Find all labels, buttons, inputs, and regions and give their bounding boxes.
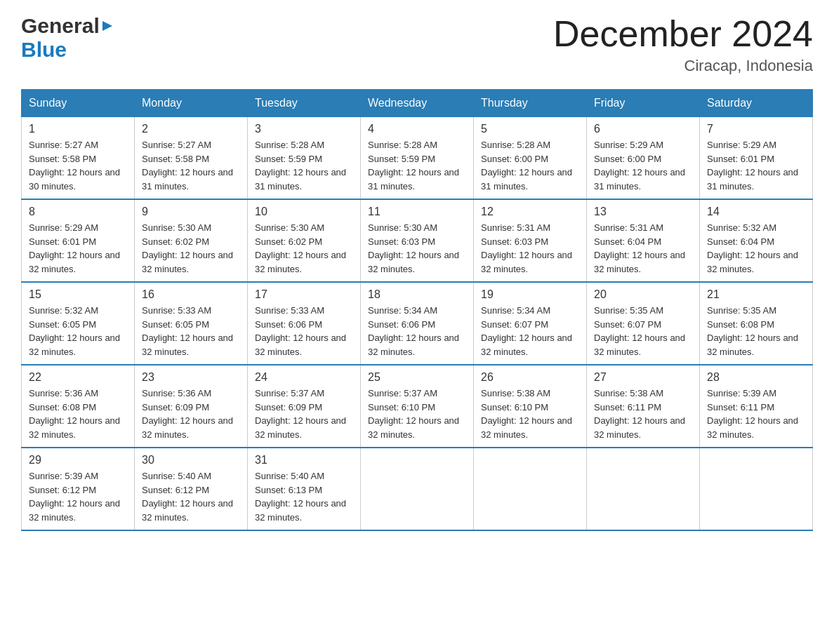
day-number: 24: [255, 371, 353, 384]
weekday-header-monday: Monday: [135, 90, 248, 117]
day-info: Sunrise: 5:31 AMSunset: 6:04 PMDaylight:…: [594, 222, 685, 274]
day-number: 7: [707, 123, 805, 135]
day-number: 8: [29, 206, 127, 218]
calendar-week-row: 22 Sunrise: 5:36 AMSunset: 6:08 PMDaylig…: [22, 365, 813, 448]
day-info: Sunrise: 5:38 AMSunset: 6:10 PMDaylight:…: [481, 388, 572, 440]
weekday-header-row: SundayMondayTuesdayWednesdayThursdayFrid…: [22, 90, 813, 117]
calendar-cell: 6 Sunrise: 5:29 AMSunset: 6:00 PMDayligh…: [587, 117, 700, 200]
weekday-header-sunday: Sunday: [22, 90, 135, 117]
calendar-cell: [474, 448, 587, 530]
day-info: Sunrise: 5:28 AMSunset: 5:59 PMDaylight:…: [255, 140, 346, 192]
calendar-cell: 19 Sunrise: 5:34 AMSunset: 6:07 PMDaylig…: [474, 282, 587, 365]
day-number: 28: [707, 371, 805, 384]
calendar-cell: 30 Sunrise: 5:40 AMSunset: 6:12 PMDaylig…: [135, 448, 248, 530]
calendar-table: SundayMondayTuesdayWednesdayThursdayFrid…: [21, 89, 813, 531]
calendar-cell: 14 Sunrise: 5:32 AMSunset: 6:04 PMDaylig…: [700, 199, 813, 282]
calendar-cell: 3 Sunrise: 5:28 AMSunset: 5:59 PMDayligh…: [248, 117, 361, 200]
day-info: Sunrise: 5:31 AMSunset: 6:03 PMDaylight:…: [481, 222, 572, 274]
day-number: 22: [29, 371, 127, 384]
day-number: 2: [142, 123, 240, 135]
day-info: Sunrise: 5:37 AMSunset: 6:10 PMDaylight:…: [368, 388, 459, 440]
day-number: 16: [142, 288, 240, 301]
day-info: Sunrise: 5:29 AMSunset: 6:01 PMDaylight:…: [707, 140, 798, 192]
calendar-week-row: 15 Sunrise: 5:32 AMSunset: 6:05 PMDaylig…: [22, 282, 813, 365]
day-number: 4: [368, 123, 466, 135]
day-number: 11: [368, 206, 466, 218]
day-number: 17: [255, 288, 353, 301]
weekday-header-thursday: Thursday: [474, 90, 587, 117]
day-number: 31: [255, 454, 353, 467]
day-number: 10: [255, 206, 353, 218]
day-number: 3: [255, 123, 353, 135]
calendar-cell: 10 Sunrise: 5:30 AMSunset: 6:02 PMDaylig…: [248, 199, 361, 282]
calendar-cell: 5 Sunrise: 5:28 AMSunset: 6:00 PMDayligh…: [474, 117, 587, 200]
calendar-cell: 25 Sunrise: 5:37 AMSunset: 6:10 PMDaylig…: [361, 365, 474, 448]
logo-blue-text: Blue: [21, 38, 67, 61]
calendar-cell: 12 Sunrise: 5:31 AMSunset: 6:03 PMDaylig…: [474, 199, 587, 282]
day-info: Sunrise: 5:34 AMSunset: 6:06 PMDaylight:…: [368, 305, 459, 357]
calendar-cell: 26 Sunrise: 5:38 AMSunset: 6:10 PMDaylig…: [474, 365, 587, 448]
calendar-cell: 15 Sunrise: 5:32 AMSunset: 6:05 PMDaylig…: [22, 282, 135, 365]
page-header: General Blue December 2024 Ciracap, Indo…: [21, 14, 813, 75]
calendar-cell: [700, 448, 813, 530]
day-info: Sunrise: 5:32 AMSunset: 6:05 PMDaylight:…: [29, 305, 120, 357]
calendar-cell: 20 Sunrise: 5:35 AMSunset: 6:07 PMDaylig…: [587, 282, 700, 365]
day-number: 12: [481, 206, 579, 218]
day-info: Sunrise: 5:32 AMSunset: 6:04 PMDaylight:…: [707, 222, 798, 274]
day-number: 20: [594, 288, 692, 301]
day-info: Sunrise: 5:30 AMSunset: 6:03 PMDaylight:…: [368, 222, 459, 274]
calendar-cell: 17 Sunrise: 5:33 AMSunset: 6:06 PMDaylig…: [248, 282, 361, 365]
day-number: 5: [481, 123, 579, 135]
calendar-cell: 13 Sunrise: 5:31 AMSunset: 6:04 PMDaylig…: [587, 199, 700, 282]
calendar-cell: 29 Sunrise: 5:39 AMSunset: 6:12 PMDaylig…: [22, 448, 135, 530]
day-number: 15: [29, 288, 127, 301]
day-number: 25: [368, 371, 466, 384]
day-info: Sunrise: 5:33 AMSunset: 6:06 PMDaylight:…: [255, 305, 346, 357]
calendar-cell: 23 Sunrise: 5:36 AMSunset: 6:09 PMDaylig…: [135, 365, 248, 448]
weekday-header-tuesday: Tuesday: [248, 90, 361, 117]
day-info: Sunrise: 5:30 AMSunset: 6:02 PMDaylight:…: [142, 222, 233, 274]
day-info: Sunrise: 5:28 AMSunset: 5:59 PMDaylight:…: [368, 140, 459, 192]
day-number: 30: [142, 454, 240, 467]
calendar-cell: 16 Sunrise: 5:33 AMSunset: 6:05 PMDaylig…: [135, 282, 248, 365]
day-number: 6: [594, 123, 692, 135]
calendar-cell: 8 Sunrise: 5:29 AMSunset: 6:01 PMDayligh…: [22, 199, 135, 282]
day-info: Sunrise: 5:27 AMSunset: 5:58 PMDaylight:…: [29, 140, 120, 192]
calendar-cell: 9 Sunrise: 5:30 AMSunset: 6:02 PMDayligh…: [135, 199, 248, 282]
day-info: Sunrise: 5:28 AMSunset: 6:00 PMDaylight:…: [481, 140, 572, 192]
calendar-cell: 1 Sunrise: 5:27 AMSunset: 5:58 PMDayligh…: [22, 117, 135, 200]
calendar-cell: 21 Sunrise: 5:35 AMSunset: 6:08 PMDaylig…: [700, 282, 813, 365]
day-info: Sunrise: 5:39 AMSunset: 6:12 PMDaylight:…: [29, 471, 120, 523]
calendar-cell: 2 Sunrise: 5:27 AMSunset: 5:58 PMDayligh…: [135, 117, 248, 200]
day-number: 26: [481, 371, 579, 384]
svg-marker-0: [102, 21, 112, 31]
day-info: Sunrise: 5:38 AMSunset: 6:11 PMDaylight:…: [594, 388, 685, 440]
day-info: Sunrise: 5:29 AMSunset: 6:00 PMDaylight:…: [594, 140, 685, 192]
logo-general-text: General: [21, 14, 100, 38]
day-info: Sunrise: 5:37 AMSunset: 6:09 PMDaylight:…: [255, 388, 346, 440]
calendar-week-row: 1 Sunrise: 5:27 AMSunset: 5:58 PMDayligh…: [22, 117, 813, 200]
day-info: Sunrise: 5:36 AMSunset: 6:08 PMDaylight:…: [29, 388, 120, 440]
day-info: Sunrise: 5:30 AMSunset: 6:02 PMDaylight:…: [255, 222, 346, 274]
day-number: 19: [481, 288, 579, 301]
calendar-cell: 28 Sunrise: 5:39 AMSunset: 6:11 PMDaylig…: [700, 365, 813, 448]
day-info: Sunrise: 5:39 AMSunset: 6:11 PMDaylight:…: [707, 388, 798, 440]
calendar-week-row: 8 Sunrise: 5:29 AMSunset: 6:01 PMDayligh…: [22, 199, 813, 282]
day-number: 9: [142, 206, 240, 218]
calendar-cell: 11 Sunrise: 5:30 AMSunset: 6:03 PMDaylig…: [361, 199, 474, 282]
calendar-cell: 24 Sunrise: 5:37 AMSunset: 6:09 PMDaylig…: [248, 365, 361, 448]
day-info: Sunrise: 5:35 AMSunset: 6:08 PMDaylight:…: [707, 305, 798, 357]
calendar-cell: [361, 448, 474, 530]
weekday-header-wednesday: Wednesday: [361, 90, 474, 117]
day-number: 18: [368, 288, 466, 301]
calendar-cell: 31 Sunrise: 5:40 AMSunset: 6:13 PMDaylig…: [248, 448, 361, 530]
calendar-cell: 27 Sunrise: 5:38 AMSunset: 6:11 PMDaylig…: [587, 365, 700, 448]
day-info: Sunrise: 5:35 AMSunset: 6:07 PMDaylight:…: [594, 305, 685, 357]
location-text: Ciracap, Indonesia: [553, 57, 813, 75]
weekday-header-saturday: Saturday: [700, 90, 813, 117]
day-number: 29: [29, 454, 127, 467]
day-number: 1: [29, 123, 127, 135]
calendar-cell: 4 Sunrise: 5:28 AMSunset: 5:59 PMDayligh…: [361, 117, 474, 200]
logo-arrow-icon: [100, 18, 115, 36]
day-number: 23: [142, 371, 240, 384]
